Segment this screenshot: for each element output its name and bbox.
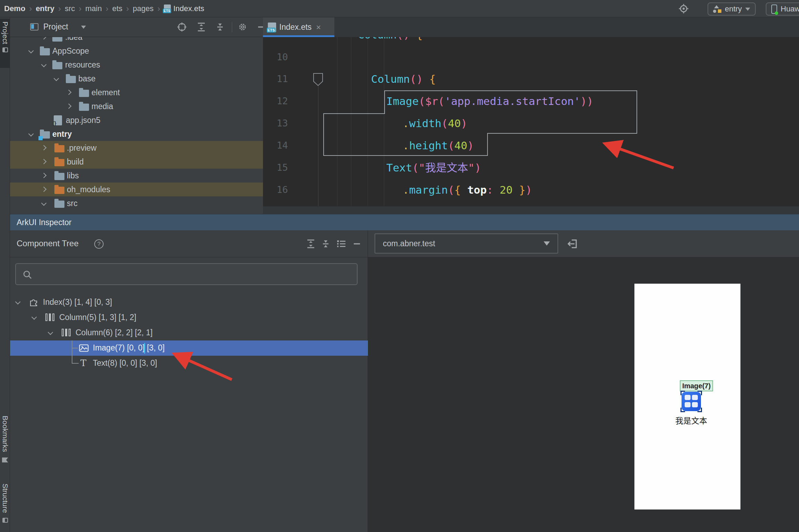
project-tree-item-oh-modules[interactable]: oh_modules xyxy=(10,183,263,196)
line-number: 16 xyxy=(263,179,288,201)
project-tree-item-app-json5[interactable]: {}app.json5 xyxy=(10,113,263,127)
project-tree-item-media[interactable]: media xyxy=(10,99,263,113)
chevron-down-icon[interactable] xyxy=(54,76,59,81)
tree-item-label: resources xyxy=(65,60,100,70)
breadcrumb-item[interactable]: entry xyxy=(36,4,54,13)
project-tree-item-entry[interactable]: entry xyxy=(10,127,263,141)
preview-text-component[interactable]: 我是文本 xyxy=(669,414,713,426)
chevron-down-icon[interactable] xyxy=(15,299,21,305)
project-tree-item-src[interactable]: src xyxy=(10,196,263,210)
breadcrumb-item[interactable]: ets xyxy=(112,4,122,13)
chevron-down-icon[interactable] xyxy=(32,314,37,320)
chevron-right-icon[interactable] xyxy=(41,159,47,165)
folder-icon xyxy=(79,104,89,111)
help-icon[interactable]: ? xyxy=(94,239,104,249)
export-icon[interactable] xyxy=(566,238,579,250)
tree-item-label: .preview xyxy=(67,143,97,153)
code-line[interactable]: 12Image($r('app.media.startIcon')) xyxy=(263,90,799,112)
ets-file-icon: ETS xyxy=(164,5,171,13)
code-line[interactable]: 14.height(40) xyxy=(263,134,799,157)
tree-item-label: AppScope xyxy=(52,46,89,56)
breadcrumb-item[interactable]: pages xyxy=(133,4,153,13)
chevron-right-icon[interactable] xyxy=(41,187,47,192)
project-tree-item-build[interactable]: build xyxy=(10,155,263,169)
project-panel-title[interactable]: Project xyxy=(43,22,68,32)
component-tree-row-text[interactable]: TText(8) [0, 0] [3, 0] xyxy=(10,356,368,371)
search-input[interactable] xyxy=(15,263,358,285)
run-config-selector[interactable]: entry xyxy=(708,2,756,16)
arkui-inspector-titlebar[interactable]: ArkUI Inspector xyxy=(10,214,799,230)
line-number: 12 xyxy=(263,90,288,112)
close-icon[interactable]: × xyxy=(316,23,321,32)
project-tree-item--preview[interactable]: .preview xyxy=(10,141,263,155)
package-select[interactable]: com.abner.test xyxy=(375,233,558,254)
component-tree-row-index[interactable]: Index(3) [1, 4] [0, 3] xyxy=(10,295,368,310)
breadcrumb-separator: › xyxy=(29,4,32,14)
collapse-all-icon[interactable] xyxy=(215,22,225,32)
breadcrumb[interactable]: Demo›entry›src›main›ets›pages›ETSIndex.e… xyxy=(4,0,204,17)
selection-corner xyxy=(681,391,685,395)
component-tree-header: Component Tree ? xyxy=(10,230,368,257)
project-tree-item-element[interactable]: element xyxy=(10,86,263,99)
chevron-right-icon[interactable] xyxy=(41,37,47,39)
project-tree-item-resources[interactable]: resources xyxy=(10,58,263,72)
project-view-chevron-icon[interactable] xyxy=(81,26,86,29)
tool-button-structure[interactable]: Structure xyxy=(0,484,10,523)
breadcrumb-item[interactable]: main xyxy=(85,4,102,13)
expand-all-icon[interactable] xyxy=(196,22,207,32)
line-number: 15 xyxy=(263,157,288,179)
tree-item-label: src xyxy=(67,199,78,208)
chevron-down-icon xyxy=(544,241,550,246)
component-tree-row-column[interactable]: Column(6) [2, 2] [2, 1] xyxy=(10,325,368,340)
settings-gear-icon[interactable] xyxy=(678,3,689,14)
project-tree-item-base[interactable]: base xyxy=(10,72,263,86)
chevron-down-icon[interactable] xyxy=(41,201,47,206)
component-label: Column(5) [1, 3] [1, 2] xyxy=(59,313,136,322)
breadcrumb-file[interactable]: ETSIndex.ets xyxy=(164,4,204,13)
gear-icon[interactable] xyxy=(237,22,248,32)
folder-icon xyxy=(66,76,76,83)
project-tree-item-AppScope[interactable]: AppScope xyxy=(10,44,263,58)
chevron-right-icon[interactable] xyxy=(41,145,47,151)
component-tree-row-column[interactable]: Column(5) [1, 3] [1, 2] xyxy=(10,310,368,325)
component-label: Image(7) [0, 0] [3, 0] xyxy=(93,343,165,353)
page-icon xyxy=(29,298,39,307)
project-tree-item--idea[interactable]: .idea xyxy=(10,37,263,44)
collapse-all-icon[interactable] xyxy=(321,239,331,249)
tool-button-project[interactable]: Project xyxy=(0,19,10,68)
tool-button-bookmarks[interactable]: Bookmarks xyxy=(0,416,10,463)
breadcrumb-separator: › xyxy=(79,4,81,14)
chevron-down-icon[interactable] xyxy=(28,131,34,137)
inspector-right-header: com.abner.test xyxy=(368,230,799,257)
column-component-icon xyxy=(45,313,54,321)
code-line[interactable]: 10 xyxy=(263,46,799,68)
breadcrumb-item[interactable]: src xyxy=(65,4,75,13)
bookmark-icon xyxy=(2,458,8,463)
selection-corner xyxy=(681,408,685,412)
hide-panel-icon[interactable] xyxy=(352,239,362,249)
text-component-icon: T xyxy=(80,358,86,367)
folder-icon xyxy=(54,201,64,208)
expand-all-icon[interactable] xyxy=(306,239,316,249)
chevron-right-icon[interactable] xyxy=(66,104,72,109)
structure-strip-label: Structure xyxy=(1,484,9,513)
chevron-right-icon[interactable] xyxy=(66,90,72,95)
code-line[interactable]: 11Column() { xyxy=(263,68,799,90)
locate-file-icon[interactable] xyxy=(177,22,187,32)
chevron-down-icon[interactable] xyxy=(41,62,47,68)
list-view-icon[interactable] xyxy=(336,239,346,249)
code-line[interactable]: Column() { xyxy=(263,37,799,46)
device-selector[interactable]: Huaw xyxy=(766,2,799,16)
breadcrumb-item[interactable]: Demo xyxy=(4,4,25,13)
chevron-down-icon[interactable] xyxy=(48,330,53,335)
project-tree-item-libs[interactable]: libs xyxy=(10,169,263,183)
code-line[interactable]: 15Text("我是文本") xyxy=(263,157,799,179)
chevron-down-icon[interactable] xyxy=(28,48,34,54)
code-editor[interactable]: Column() {1011Column() {12Image($r('app.… xyxy=(263,37,799,206)
code-line[interactable]: 16.margin({ top: 20 }) xyxy=(263,179,799,201)
component-tree-row-image[interactable]: Image(7) [0, 0] [3, 0] xyxy=(10,340,368,356)
tab-index-ets[interactable]: ETS Index.ets × xyxy=(263,17,334,37)
code-line[interactable]: 13.width(40) xyxy=(263,112,799,134)
folder-icon xyxy=(54,145,64,152)
chevron-right-icon[interactable] xyxy=(41,173,47,178)
